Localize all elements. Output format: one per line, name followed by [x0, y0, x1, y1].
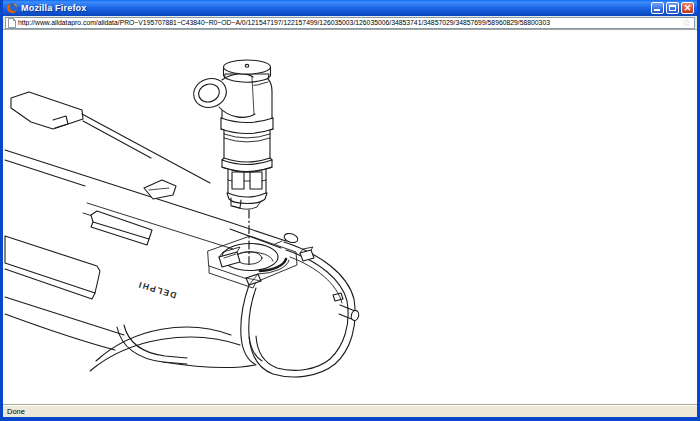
close-icon: ✕ [684, 3, 692, 13]
browser-viewport: DELPHI [3, 30, 697, 404]
location-toolbar: http://www.alldatapro.com/alldata/PRO~V1… [3, 16, 697, 30]
technical-diagram: DELPHI [3, 30, 697, 404]
window-controls: ✕ [651, 2, 695, 14]
titlebar[interactable]: Mozilla Firefox ✕ [3, 0, 697, 16]
tank-brand-label: DELPHI [136, 279, 177, 300]
purge-valve-drawing [190, 60, 273, 209]
window-frame-bottom [3, 417, 697, 421]
minimize-icon [654, 9, 660, 11]
statusbar: Done [3, 404, 697, 417]
firefox-logo-icon [6, 2, 18, 14]
url-text: http://www.alldatapro.com/alldata/PRO~V1… [18, 19, 550, 26]
document-page-icon [8, 18, 16, 28]
minimize-button[interactable] [651, 2, 664, 14]
maximize-button[interactable] [666, 2, 679, 14]
status-text: Done [7, 406, 25, 417]
close-button[interactable]: ✕ [681, 2, 694, 14]
window-title: Mozilla Firefox [21, 0, 648, 16]
maximize-icon [669, 5, 676, 11]
url-input[interactable]: http://www.alldatapro.com/alldata/PRO~V1… [5, 17, 695, 29]
star-icon[interactable]: ☆ [682, 18, 692, 28]
fuel-tank-drawing: DELPHI [5, 92, 360, 377]
firefox-window: Mozilla Firefox ✕ http://www.alldatapro.… [0, 0, 700, 421]
